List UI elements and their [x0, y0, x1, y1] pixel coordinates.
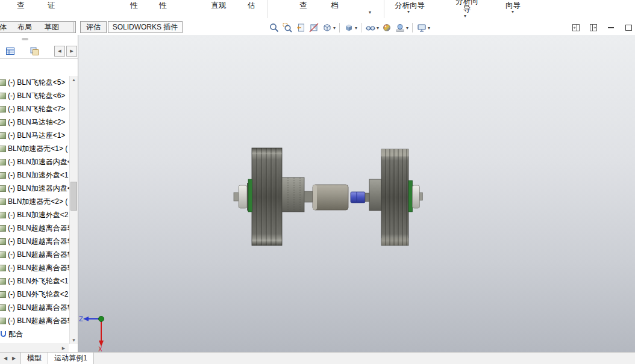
- tree-item[interactable]: (-) BLN飞轮盘<5>: [0, 76, 69, 89]
- apply-scene-icon: [395, 22, 405, 33]
- scroll-down-button[interactable]: ▼: [70, 336, 78, 344]
- tree-item[interactable]: (-) BLN飞轮盘<6>: [0, 89, 69, 102]
- graphics-viewport[interactable]: Z X: [78, 35, 635, 352]
- tree-item-label: (-) BLN超越离合器轴: [8, 236, 69, 247]
- tree-item-mates[interactable]: 配合: [0, 327, 69, 341]
- apply-scene-button[interactable]: ▾: [393, 21, 410, 34]
- panel-splitter-handle[interactable]: [0, 35, 78, 43]
- tree-item-label: BLN加速器壳<1> (: [8, 144, 67, 154]
- previous-view-button[interactable]: [294, 21, 307, 34]
- tab-sketch[interactable]: 草图: [45, 22, 59, 34]
- tree-item[interactable]: BLN加速器壳<1> (: [0, 142, 69, 155]
- tree-item[interactable]: (-) BLN加速器内盘<: [0, 155, 69, 168]
- tree-item[interactable]: (-) BLN外飞轮盘<1: [0, 274, 69, 288]
- tab-addins-label[interactable]: SOLIDWORKS 插件: [108, 22, 182, 32]
- part-icon: [0, 265, 6, 271]
- collapse-pane-right-button[interactable]: [588, 22, 599, 33]
- edit-appearance-button[interactable]: [380, 21, 393, 34]
- dropdown-caret[interactable]: ▾: [464, 14, 466, 19]
- configuration-manager-tab[interactable]: [29, 46, 40, 57]
- dropdown-caret[interactable]: ▾: [406, 25, 408, 31]
- headsup-toolbar: ▾ ▾ ▾: [267, 21, 431, 34]
- tree-item[interactable]: (-) BLN超越离合器轴: [0, 248, 69, 261]
- tree-item[interactable]: (-) BLN外飞轮盘<2: [0, 288, 69, 301]
- tree-horizontal-scrollbar[interactable]: ▶: [0, 344, 69, 352]
- bottom-tabs-scroll-left-button[interactable]: ◀: [1, 353, 10, 364]
- panel-tabs-scroll-left-button[interactable]: ◀: [54, 46, 65, 57]
- ribbon-button-label[interactable]: 档: [331, 1, 339, 11]
- ribbon-button-label[interactable]: 证: [48, 1, 55, 11]
- flywheel-stack-left[interactable]: [248, 148, 282, 245]
- part-icon: [0, 132, 6, 139]
- tree-item[interactable]: (-) BLN飞轮盘<7>: [0, 102, 69, 116]
- view-settings-button[interactable]: ▾: [415, 21, 431, 34]
- tree-item[interactable]: (-) BLN超越离合器轴: [0, 235, 69, 248]
- tree-item[interactable]: (-) BLN加速外盘<2: [0, 208, 69, 221]
- tree-item[interactable]: (-) BLN加速器内盘<: [0, 182, 69, 195]
- view-orientation-button[interactable]: ▾: [321, 21, 337, 34]
- ribbon-button-label[interactable]: 查: [17, 1, 25, 11]
- bottom-tabs-scroll-right-button[interactable]: ▶: [10, 353, 18, 364]
- dropdown-caret[interactable]: ▾: [355, 25, 357, 31]
- tree-item[interactable]: (-) BLN加速外盘<1: [0, 168, 69, 182]
- tab-layout[interactable]: 布局: [17, 22, 32, 34]
- tree-vertical-scrollbar[interactable]: ▲ ▼: [69, 76, 78, 344]
- right-end-disc[interactable]: [413, 185, 423, 208]
- scroll-up-button[interactable]: ▲: [70, 76, 78, 84]
- featuremanager-tree-tab[interactable]: [5, 46, 16, 57]
- ribbon-button-label[interactable]: 估: [248, 1, 255, 11]
- zoom-to-fit-button[interactable]: [267, 21, 281, 34]
- dropdown-caret[interactable]: ▾: [377, 25, 379, 31]
- ribbon-separator: [384, 0, 384, 18]
- collapse-pane-left-button[interactable]: [571, 22, 581, 33]
- shaft-left[interactable]: [304, 191, 313, 202]
- tree-item[interactable]: (-) BLN超越离合器轴: [0, 261, 69, 274]
- part-icon: [0, 225, 6, 232]
- ribbon-button-label[interactable]: 直观: [211, 1, 226, 11]
- dropdown-caret[interactable]: ▾: [511, 10, 514, 14]
- motor-cylinder[interactable]: [313, 185, 348, 210]
- minimize-button[interactable]: [605, 22, 616, 33]
- ribbon-button-label[interactable]: 分析向导: [454, 0, 480, 13]
- tree-item[interactable]: (-) BLN超越离合器轴: [0, 221, 69, 235]
- restore-button[interactable]: [623, 22, 634, 33]
- ribbon-button-label[interactable]: 性: [130, 1, 138, 11]
- tab-assembly[interactable]: 装配体: [0, 22, 7, 34]
- coupling-blue[interactable]: [351, 192, 365, 203]
- tree-item[interactable]: (-) BLN超越离合器轴: [0, 314, 69, 327]
- view-settings-icon: [416, 22, 427, 33]
- snap-ring-green-right[interactable]: [408, 180, 413, 212]
- bottom-tab-bar: ◀ ▶ 模型 运动算例1: [0, 352, 635, 364]
- tab-evaluate-label[interactable]: 评估: [81, 22, 106, 32]
- tree-item[interactable]: (-) BLN马达轴<2>: [0, 116, 69, 129]
- tab-motion-study[interactable]: 运动算例1: [48, 353, 94, 364]
- hub-left[interactable]: [282, 177, 304, 212]
- panel-tabs-scroll-right-button[interactable]: ▶: [66, 46, 77, 57]
- tree-item-label: (-) BLN外飞轮盘<1: [8, 276, 68, 286]
- tree-item[interactable]: (-) BLN马达座<1>: [0, 129, 69, 142]
- ribbon-button-label[interactable]: 查: [299, 1, 307, 11]
- tree-item[interactable]: (-) BLN超越离合器轴: [0, 301, 69, 314]
- left-end-disc[interactable]: [234, 183, 249, 211]
- dropdown-caret[interactable]: ▾: [428, 25, 430, 31]
- display-style-button[interactable]: ▾: [342, 21, 358, 34]
- tab-model[interactable]: 模型: [20, 353, 48, 364]
- 3d-model-assembly[interactable]: Z X: [78, 35, 635, 352]
- zoom-to-area-button[interactable]: [281, 21, 294, 34]
- tab-evaluate[interactable]: 评估: [80, 21, 107, 33]
- ribbon-button-label[interactable]: 性: [159, 1, 167, 11]
- scroll-right-button[interactable]: ▶: [60, 344, 67, 352]
- tree-item[interactable]: BLN加速器壳<2> (: [0, 195, 69, 208]
- section-view-button[interactable]: [307, 21, 321, 34]
- hide-show-items-button[interactable]: ▾: [364, 21, 380, 34]
- dropdown-caret[interactable]: ▾: [407, 10, 410, 14]
- shaft-right[interactable]: [365, 193, 369, 202]
- tab-addins[interactable]: SOLIDWORKS 插件: [108, 21, 183, 33]
- hub-right[interactable]: [369, 179, 381, 211]
- part-icon: [0, 119, 6, 126]
- scrollbar-thumb[interactable]: [70, 182, 77, 211]
- dropdown-caret[interactable]: ▾: [369, 10, 371, 15]
- flywheel-stack-right[interactable]: [381, 149, 413, 245]
- dropdown-caret[interactable]: ▾: [333, 25, 336, 31]
- snap-ring-green-left[interactable]: [248, 179, 252, 212]
